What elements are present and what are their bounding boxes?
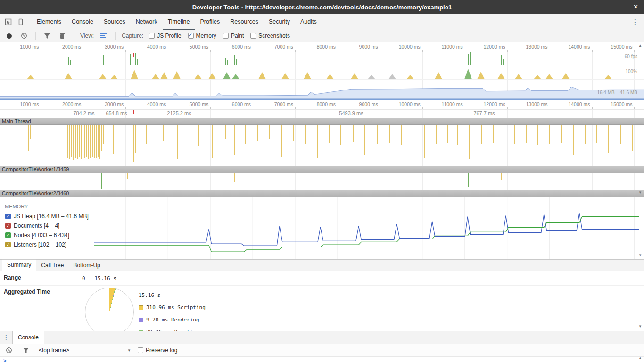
fps-bar (470, 52, 471, 65)
activity-bar (364, 125, 365, 155)
memory-series-listeners: ✓Listeners [102 – 102] (0, 240, 94, 249)
activity-bar (436, 125, 437, 144)
ruler-tick-label: 8000 ms (317, 44, 338, 49)
range-label: Range (0, 272, 82, 285)
activity-bar (177, 125, 178, 159)
ruler-tick-label: 14000 ms (568, 44, 592, 49)
flame-chart[interactable]: 1000 ms2000 ms3000 ms4000 ms5000 ms6000 … (0, 100, 644, 197)
tab-elements[interactable]: Elements (32, 14, 66, 30)
scroll-up-icon[interactable]: ▲ (637, 356, 643, 360)
details-tab-summary[interactable]: Summary (2, 259, 36, 271)
activity-bar (92, 125, 93, 157)
range-value: 0 — 15.16 s (82, 272, 116, 285)
details-tab-strip: SummaryCall TreeBottom-Up (0, 260, 644, 271)
tab-security[interactable]: Security (264, 14, 295, 30)
paint-checkbox[interactable] (223, 33, 229, 39)
activity-bar (96, 125, 97, 158)
view-label: View: (80, 33, 94, 39)
ruler-tick-label: 14000 ms (568, 101, 592, 107)
ruler-tick-label: 11000 ms (441, 44, 464, 49)
activity-bar (28, 125, 29, 151)
activity-bar (127, 173, 128, 179)
inspect-element-icon[interactable] (2, 16, 14, 28)
scroll-up-icon[interactable]: ▲ (637, 43, 643, 48)
activity-bar (257, 125, 258, 141)
garbage-collect-icon[interactable] (56, 30, 68, 41)
activity-bar (401, 125, 402, 145)
memory-series-checkbox[interactable]: ✓ (5, 242, 11, 247)
view-mode-icon[interactable] (98, 30, 110, 41)
ruler-annotation: 2125.2 ms (167, 110, 191, 116)
clear-recording-icon[interactable] (18, 30, 30, 41)
memory-series-checkbox[interactable]: ✓ (5, 214, 11, 219)
activity-bar (632, 125, 633, 151)
overflow-menu-icon[interactable]: ⋮ (629, 16, 641, 28)
aggregated-time-row: Aggregated Time 15.16 s 310.96 ms Script… (0, 286, 644, 331)
legend-text: 310.96 ms Scripting (146, 304, 206, 311)
memory-checkbox[interactable] (188, 33, 194, 39)
scroll-down-icon[interactable]: ▼ (637, 253, 643, 257)
activity-bar (329, 125, 330, 143)
clear-console-icon[interactable] (3, 345, 15, 356)
capture-option-label: Screenshots (258, 33, 290, 39)
tab-console-drawer[interactable]: Console (12, 331, 44, 344)
activity-bar (69, 125, 70, 159)
details-tab-call-tree[interactable]: Call Tree (36, 260, 68, 271)
js-profile-checkbox[interactable] (149, 33, 155, 39)
tab-timeline[interactable]: Timeline (163, 14, 195, 30)
console-prompt[interactable]: > (0, 357, 644, 362)
memory-overview-chart (0, 80, 644, 98)
record-button[interactable] (3, 30, 15, 41)
console-filter-icon[interactable] (20, 345, 32, 356)
flame-view-icon (100, 33, 107, 38)
preserve-log-checkbox[interactable] (138, 347, 143, 353)
range-row: Range 0 — 15.16 s (0, 272, 644, 286)
screenshots-checkbox[interactable] (250, 33, 256, 39)
scroll-down-icon[interactable]: ▼ (637, 324, 643, 329)
activity-bar (77, 125, 78, 159)
details-tab-bottom-up[interactable]: Bottom-Up (68, 260, 105, 271)
activity-bar (30, 125, 31, 139)
activity-bar (245, 125, 246, 144)
tab-resources[interactable]: Resources (225, 14, 264, 30)
window-close-button[interactable]: ✕ (633, 3, 638, 10)
scroll-down-icon[interactable]: ▼ (637, 190, 643, 195)
long-frame-marker (133, 53, 134, 57)
activity-bar (71, 125, 72, 157)
filter-icon[interactable] (41, 30, 53, 41)
activity-bar (317, 125, 318, 158)
divider (74, 32, 74, 40)
memory-counters-chart[interactable] (94, 197, 639, 259)
frame-context-select[interactable]: <top frame> ▼ (37, 346, 133, 354)
fps-bar (135, 53, 136, 65)
track-body-compositor1[interactable] (0, 173, 644, 190)
activity-bar (526, 125, 527, 143)
timeline-overview[interactable]: 1000 ms2000 ms3000 ms4000 ms5000 ms6000 … (0, 42, 644, 98)
total-time-value: 15.16 s (139, 292, 206, 298)
memory-series-checkbox[interactable]: ✓ (5, 232, 11, 238)
activity-bar (94, 125, 95, 158)
ruler-annotation: 5493.9 ms (339, 110, 363, 116)
memory-series-checkbox[interactable]: ✓ (5, 223, 11, 229)
track-label: CompositorTileWorker2/3460 (2, 190, 69, 196)
tab-sources[interactable]: Sources (99, 14, 131, 30)
activity-bar (81, 125, 82, 159)
track-body-main-thread[interactable] (0, 125, 644, 166)
track-header-compositor2[interactable]: CompositorTileWorker2/3460 (0, 190, 644, 197)
activity-bar (212, 125, 213, 158)
tab-profiles[interactable]: Profiles (195, 14, 225, 30)
divider (115, 32, 116, 40)
track-header-compositor1[interactable]: CompositorTileWorker1/3459 (0, 166, 644, 173)
track-header-main-thread[interactable]: Main Thread (0, 118, 644, 125)
activity-bar (99, 125, 100, 159)
ruler-tick-label: 3000 ms (105, 101, 125, 107)
tab-audits[interactable]: Audits (295, 14, 322, 30)
activity-bar (75, 125, 76, 158)
tab-network[interactable]: Network (131, 14, 163, 30)
tab-console[interactable]: Console (66, 14, 99, 30)
device-toolbar-icon[interactable] (14, 16, 26, 28)
preserve-log-option: Preserve log (138, 347, 177, 354)
drawer-menu-icon[interactable]: ⋮ (0, 331, 12, 344)
memory-series-js-heap: ✓JS Heap [16.4 MB – 41.6 MB] (0, 212, 94, 221)
activity-bar (481, 125, 482, 144)
